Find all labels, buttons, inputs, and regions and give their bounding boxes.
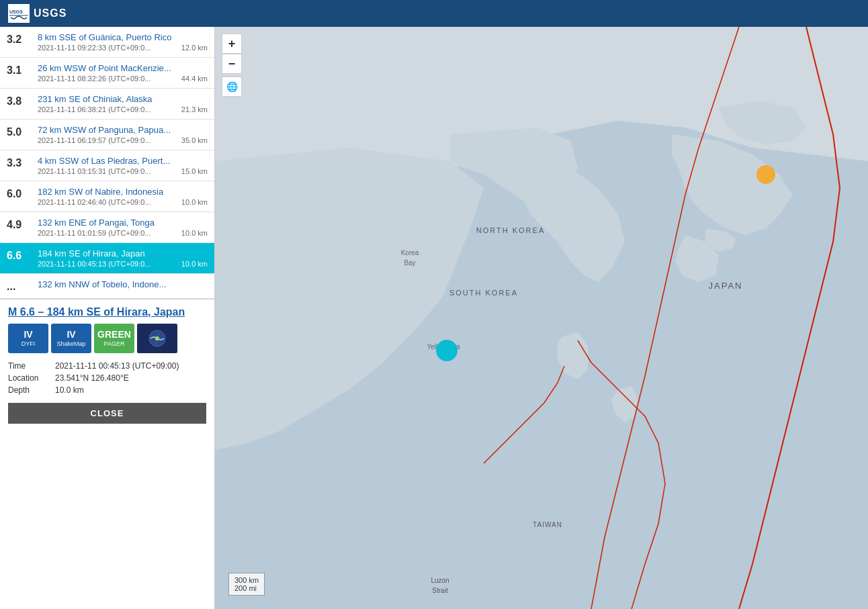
location-label: Location bbox=[8, 372, 55, 384]
eq-meta: 2021-11-11 06:38:21 (UTC+09:0... 21.3 km bbox=[38, 105, 208, 113]
eq-location: 182 km SW of Nabire, Indonesia bbox=[38, 187, 208, 197]
eq-depth: 15.0 km bbox=[181, 167, 208, 175]
earthquake-list-item[interactable]: 4.9 132 km ENE of Pangai, Tonga 2021-11-… bbox=[0, 212, 214, 243]
eq-meta: 2021-11-11 01:01:59 (UTC+09:0... 10.0 km bbox=[38, 229, 208, 237]
eq-depth: 44.4 km bbox=[181, 75, 208, 83]
location-value: 23.541°N 126.480°E bbox=[55, 372, 206, 384]
eq-magnitude: 3.8 bbox=[7, 95, 31, 107]
depth-label: Depth bbox=[8, 384, 55, 396]
earthquake-list-item[interactable]: ... 132 km NNW of Tobelo, Indone... bbox=[0, 274, 214, 299]
eq-magnitude: 3.2 bbox=[7, 34, 31, 46]
eq-depth: 12.0 km bbox=[181, 44, 208, 52]
thumbnail-badge[interactable] bbox=[137, 324, 177, 353]
eq-meta: 2021-11-11 06:19:57 (UTC+09:0... 35.0 km bbox=[38, 136, 208, 144]
eq-magnitude: 5.0 bbox=[7, 126, 31, 138]
zoom-in-button[interactable]: + bbox=[222, 34, 242, 54]
eq-time: 2021-11-11 03:15:31 (UTC+09:0... bbox=[38, 167, 150, 175]
eq-meta: 2021-11-11 00:45:13 (UTC+09:0... 10.0 km bbox=[38, 260, 208, 268]
map-container[interactable]: NORTH KOREA SOUTH KOREA JAPAN Yellow Sea… bbox=[215, 27, 868, 609]
eq-meta: 2021-11-11 09:22:33 (UTC+09:0... 12.0 km bbox=[38, 44, 208, 52]
svg-text:NORTH KOREA: NORTH KOREA bbox=[476, 226, 545, 234]
svg-text:Strait: Strait bbox=[432, 587, 448, 594]
eq-depth: 10.0 km bbox=[181, 260, 208, 268]
earthquake-detail-panel: M 6.6 – 184 km SE of Hirara, Japan IV DY… bbox=[0, 299, 214, 424]
earthquake-list-item[interactable]: 6.0 182 km SW of Nabire, Indonesia 2021-… bbox=[0, 181, 214, 212]
eq-time: 2021-11-11 08:32:26 (UTC+09:0... bbox=[38, 75, 150, 83]
eq-info: 132 km NNW of Tobelo, Indone... bbox=[38, 279, 208, 291]
header: USGS USGS bbox=[0, 0, 868, 27]
cyan-earthquake-marker bbox=[436, 340, 458, 361]
eq-info: 72 km WSW of Panguna, Papua... 2021-11-1… bbox=[38, 125, 208, 144]
eq-magnitude: 3.1 bbox=[7, 64, 31, 77]
shakemap-badge[interactable]: IV ShakeMap bbox=[51, 324, 91, 353]
eq-magnitude: 6.6 bbox=[7, 250, 31, 262]
orange-earthquake-marker bbox=[756, 165, 775, 184]
earthquake-list-item[interactable]: 3.8 231 km SE of Chiniak, Alaska 2021-11… bbox=[0, 89, 214, 120]
map-scale: 300 km 200 mi bbox=[228, 573, 265, 596]
earthquake-list-item[interactable]: 3.2 8 km SSE of Guánica, Puerto Rico 202… bbox=[0, 27, 214, 58]
svg-text:Luzon: Luzon bbox=[431, 577, 449, 584]
earthquake-list-item[interactable]: 3.1 26 km WSW of Point MacKenzie... 2021… bbox=[0, 58, 214, 89]
earthquake-list-item[interactable]: 5.0 72 km WSW of Panguna, Papua... 2021-… bbox=[0, 120, 214, 150]
eq-location: 132 km ENE of Pangai, Tonga bbox=[38, 218, 208, 228]
earthquake-list: 3.2 8 km SSE of Guánica, Puerto Rico 202… bbox=[0, 27, 214, 299]
scale-mi: 200 mi bbox=[234, 584, 259, 592]
svg-text:SOUTH KOREA: SOUTH KOREA bbox=[449, 289, 518, 297]
map-svg: NORTH KOREA SOUTH KOREA JAPAN Yellow Sea… bbox=[215, 27, 868, 609]
eq-time: 2021-11-11 09:22:33 (UTC+09:0... bbox=[38, 44, 150, 52]
eq-info: 132 km ENE of Pangai, Tonga 2021-11-11 0… bbox=[38, 218, 208, 237]
svg-text:TAIWAN: TAIWAN bbox=[533, 521, 562, 528]
detail-title[interactable]: M 6.6 – 184 km SE of Hirara, Japan bbox=[8, 306, 206, 318]
eq-magnitude: 6.0 bbox=[7, 188, 31, 200]
eq-info: 8 km SSE of Guánica, Puerto Rico 2021-11… bbox=[38, 32, 208, 52]
eq-location: 132 km NNW of Tobelo, Indone... bbox=[38, 279, 208, 289]
eq-time: 2021-11-11 02:46:40 (UTC+09:0... bbox=[38, 198, 150, 206]
usgs-logo: USGS USGS bbox=[8, 4, 67, 23]
eq-info: 182 km SW of Nabire, Indonesia 2021-11-1… bbox=[38, 187, 208, 206]
earthquake-list-item[interactable]: 6.6 184 km SE of Hirara, Japan 2021-11-1… bbox=[0, 243, 214, 274]
eq-time: 2021-11-11 00:45:13 (UTC+09:0... bbox=[38, 260, 150, 268]
detail-badges: IV DYFI IV ShakeMap GREEN PAGER bbox=[8, 324, 206, 353]
eq-location: 26 km WSW of Point MacKenzie... bbox=[38, 63, 208, 73]
eq-magnitude: 4.9 bbox=[7, 219, 31, 231]
earthquake-list-sidebar[interactable]: 3.2 8 km SSE of Guánica, Puerto Rico 202… bbox=[0, 27, 215, 609]
eq-info: 4 km SSW of Las Piedras, Puert... 2021-1… bbox=[38, 156, 208, 175]
scale-km: 300 km bbox=[234, 576, 259, 584]
eq-time: 2021-11-11 06:38:21 (UTC+09:0... bbox=[38, 105, 150, 113]
eq-location: 231 km SE of Chiniak, Alaska bbox=[38, 94, 208, 104]
dyfi-badge[interactable]: IV DYFI bbox=[8, 324, 48, 353]
eq-info: 26 km WSW of Point MacKenzie... 2021-11-… bbox=[38, 63, 208, 83]
svg-text:JAPAN: JAPAN bbox=[709, 281, 743, 291]
svg-text:USGS: USGS bbox=[9, 9, 23, 14]
main-layout: 3.2 8 km SSE of Guánica, Puerto Rico 202… bbox=[0, 27, 868, 609]
eq-info: 184 km SE of Hirara, Japan 2021-11-11 00… bbox=[38, 248, 208, 268]
eq-depth: 35.0 km bbox=[181, 136, 208, 144]
pager-badge[interactable]: GREEN PAGER bbox=[94, 324, 134, 353]
eq-depth: 10.0 km bbox=[181, 229, 208, 237]
eq-meta: 2021-11-11 02:46:40 (UTC+09:0... 10.0 km bbox=[38, 198, 208, 206]
depth-value: 10.0 km bbox=[55, 384, 206, 396]
usgs-logo-icon: USGS bbox=[8, 4, 30, 23]
eq-depth: 10.0 km bbox=[181, 198, 208, 206]
time-value: 2021-11-11 00:45:13 (UTC+09:00) bbox=[55, 360, 206, 372]
eq-location: 72 km WSW of Panguna, Papua... bbox=[38, 125, 208, 135]
eq-meta: 2021-11-11 08:32:26 (UTC+09:0... 44.4 km bbox=[38, 75, 208, 83]
eq-time: 2021-11-11 01:01:59 (UTC+09:0... bbox=[38, 229, 150, 237]
close-button[interactable]: CLOSE bbox=[8, 403, 206, 424]
svg-text:Bay: Bay bbox=[404, 259, 415, 267]
time-label: Time bbox=[8, 360, 55, 372]
globe-button[interactable]: 🌐 bbox=[222, 77, 242, 97]
zoom-out-button[interactable]: − bbox=[222, 54, 242, 74]
map-controls: + − 🌐 bbox=[222, 34, 242, 97]
eq-magnitude: 3.3 bbox=[7, 157, 31, 169]
usgs-logo-text: USGS bbox=[34, 7, 67, 19]
svg-text:Korea: Korea bbox=[401, 249, 419, 256]
eq-magnitude: ... bbox=[7, 281, 31, 293]
eq-location: 8 km SSE of Guánica, Puerto Rico bbox=[38, 32, 208, 42]
eq-location: 4 km SSW of Las Piedras, Puert... bbox=[38, 156, 208, 166]
eq-time: 2021-11-11 06:19:57 (UTC+09:0... bbox=[38, 136, 150, 144]
earthquake-list-item[interactable]: 3.3 4 km SSW of Las Piedras, Puert... 20… bbox=[0, 150, 214, 181]
eq-depth: 21.3 km bbox=[181, 105, 208, 113]
eq-meta: 2021-11-11 03:15:31 (UTC+09:0... 15.0 km bbox=[38, 167, 208, 175]
eq-info: 231 km SE of Chiniak, Alaska 2021-11-11 … bbox=[38, 94, 208, 113]
